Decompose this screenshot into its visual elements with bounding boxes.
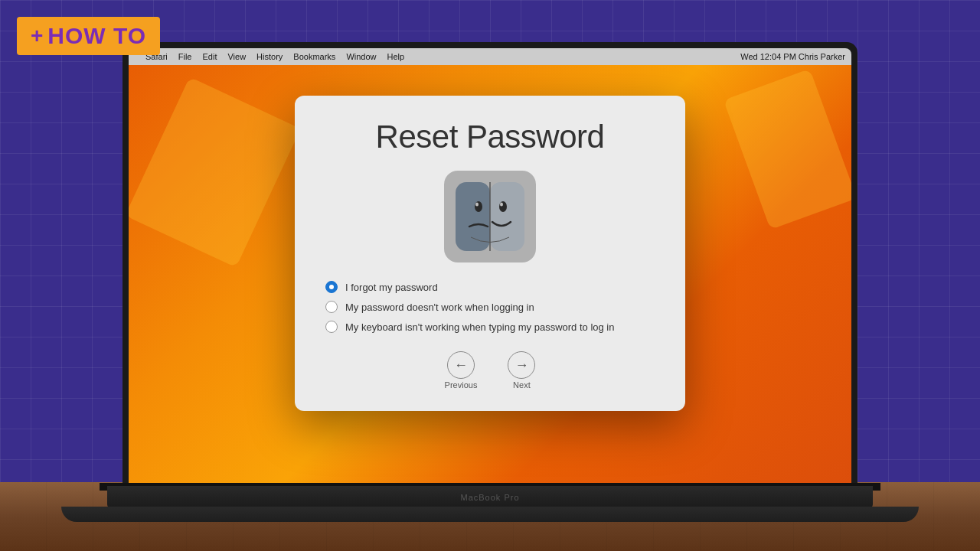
plus-icon: + xyxy=(31,25,43,47)
next-button[interactable]: → Next xyxy=(508,351,535,390)
option-doesnt-work-label: My password doesn't work when logging in xyxy=(345,302,534,313)
svg-point-3 xyxy=(499,201,507,212)
nav-buttons: ← Previous → Next xyxy=(445,351,536,390)
deco-right xyxy=(724,69,851,230)
menu-bookmarks[interactable]: Bookmarks xyxy=(293,52,335,61)
radio-doesnt-work[interactable] xyxy=(325,301,338,313)
menu-history[interactable]: History xyxy=(256,52,283,61)
previous-arrow-icon: ← xyxy=(447,351,475,379)
laptop-bottom: MacBook Pro xyxy=(107,486,873,509)
svg-point-2 xyxy=(475,201,482,212)
menu-status: Wed 12:04 PM Chris Parker xyxy=(740,52,845,61)
laptop-bezel: Safari File Edit View History Bookmarks … xyxy=(122,42,858,486)
option-keyboard-label: My keyboard isn't working when typing my… xyxy=(345,321,614,333)
svg-point-4 xyxy=(475,203,479,207)
dialog-title: Reset Password xyxy=(376,119,605,155)
options-list: I forgot my password My password doesn't… xyxy=(325,281,655,333)
menu-view[interactable]: View xyxy=(227,52,246,61)
next-label: Next xyxy=(513,380,531,390)
svg-point-5 xyxy=(500,203,503,207)
menubar-left: Safari File Edit View History Bookmarks … xyxy=(135,52,730,61)
radio-keyboard[interactable] xyxy=(325,321,338,333)
option-forgot-password-label: I forgot my password xyxy=(345,282,438,293)
menubar: Safari File Edit View History Bookmarks … xyxy=(129,48,851,65)
menu-help[interactable]: Help xyxy=(387,52,405,61)
menu-window[interactable]: Window xyxy=(346,52,376,61)
finder-icon xyxy=(444,171,536,262)
deco-left xyxy=(129,77,301,268)
menubar-right: Wed 12:04 PM Chris Parker xyxy=(740,52,845,61)
menu-edit[interactable]: Edit xyxy=(202,52,217,61)
option-doesnt-work[interactable]: My password doesn't work when logging in xyxy=(325,301,655,313)
svg-rect-1 xyxy=(490,182,524,251)
svg-rect-0 xyxy=(456,182,490,251)
how-to-badge: + HOW TO xyxy=(17,17,160,55)
option-keyboard[interactable]: My keyboard isn't working when typing my… xyxy=(325,321,655,333)
finder-svg xyxy=(456,182,524,251)
option-forgot-password[interactable]: I forgot my password xyxy=(325,281,655,293)
radio-forgot-password[interactable] xyxy=(325,281,338,293)
desktop-wallpaper: Reset Password xyxy=(129,65,851,486)
previous-button[interactable]: ← Previous xyxy=(445,351,478,390)
laptop-brand-label: MacBook Pro xyxy=(460,493,519,502)
previous-label: Previous xyxy=(445,380,478,390)
reset-password-dialog: Reset Password xyxy=(295,96,685,411)
how-to-text: HOW TO xyxy=(47,24,146,47)
laptop-base xyxy=(61,507,919,522)
menu-file[interactable]: File xyxy=(178,52,192,61)
laptop: Safari File Edit View History Bookmarks … xyxy=(122,42,858,551)
next-arrow-icon: → xyxy=(508,351,535,379)
laptop-screen: Safari File Edit View History Bookmarks … xyxy=(129,48,851,486)
